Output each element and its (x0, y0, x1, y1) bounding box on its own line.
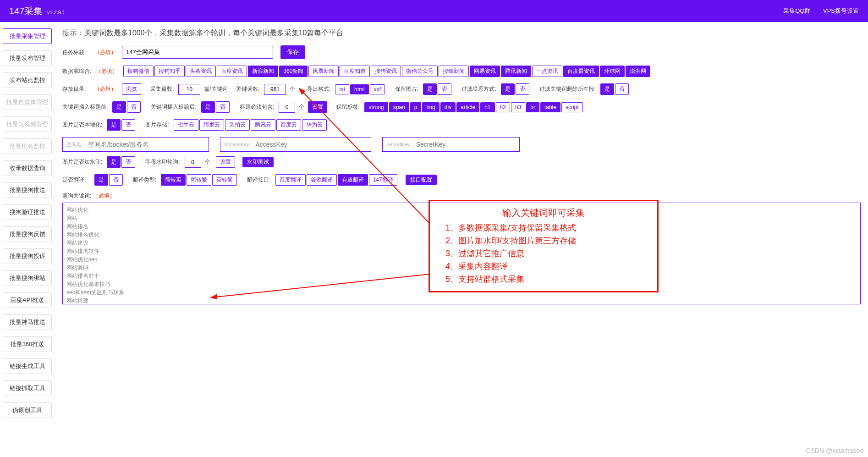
img-local-opt-0[interactable]: 是 (107, 119, 121, 131)
source-chip-16[interactable]: 澎湃网 (626, 66, 650, 77)
link-vps[interactable]: VPS拨号设置 (823, 7, 859, 14)
source-chip-15[interactable]: 环球网 (600, 66, 625, 77)
img-local-opt-1[interactable]: 否 (121, 119, 135, 131)
sidebar-item-5[interactable]: 批量排名监控 (3, 138, 52, 154)
sidebar-item-0[interactable]: 批量采集管理 (3, 28, 52, 44)
sidebar-item-6[interactable]: 收录数据查询 (3, 160, 52, 176)
filter-del-opt-0[interactable]: 是 (600, 83, 614, 95)
sidebar-item-1[interactable]: 批量发布管理 (3, 50, 52, 66)
trans-api-2[interactable]: 有道翻译 (338, 174, 368, 186)
sidebar-item-3[interactable]: 批量自媒体管理 (3, 94, 52, 110)
ins-before-opt-0[interactable]: 是 (112, 101, 126, 113)
tag-chip-8[interactable]: h3 (511, 102, 525, 112)
sidebar-item-4[interactable]: 批量短视频管理 (3, 116, 52, 132)
source-chip-7[interactable]: 百度知道 (340, 66, 370, 77)
cloud-chip-0[interactable]: 七牛云 (174, 119, 198, 131)
tag-chip-6[interactable]: h1 (480, 102, 494, 112)
task-title-input[interactable] (122, 46, 273, 59)
filter-contact-opt-1[interactable]: 否 (516, 83, 529, 95)
annotation-box: 输入关键词即可采集 1、多数据源采集/支持保留采集格式 2、图片加水印/支持图片… (429, 200, 659, 292)
tag-chip-2[interactable]: p (410, 102, 422, 112)
fmt-chip-1[interactable]: html (350, 84, 369, 94)
wm-opt-1[interactable]: 否 (121, 156, 135, 168)
wm-opt-0[interactable]: 是 (107, 156, 121, 168)
bucket-input[interactable] (88, 141, 189, 148)
trans-api-0[interactable]: 百度翻译 (275, 174, 306, 186)
count-unit: 篇/关键词 (204, 85, 227, 93)
tag-chip-1[interactable]: span (389, 102, 409, 112)
api-config-button[interactable]: 接口配置 (406, 175, 437, 185)
tag-chip-7[interactable]: h2 (496, 102, 510, 112)
sidebar-item-13[interactable]: 批量神马推送 (3, 314, 52, 330)
source-chip-10[interactable]: 搜狐新闻 (439, 66, 469, 77)
trans-type-1[interactable]: 简转繁 (187, 174, 211, 186)
cloud-chip-1[interactable]: 阿里云 (199, 119, 224, 131)
tag-chip-3[interactable]: img (422, 102, 439, 112)
count-input[interactable] (178, 84, 200, 95)
sidebar-item-10[interactable]: 批量搜狗投诉 (3, 248, 52, 264)
trans-type-2[interactable]: 英转简 (212, 174, 237, 186)
sidebar-item-7[interactable]: 批量搜狗推送 (3, 182, 52, 198)
ins-after-opt-1[interactable]: 否 (216, 101, 230, 113)
source-chip-2[interactable]: 头条资讯 (186, 66, 216, 77)
keep-img-opt-0[interactable]: 是 (423, 83, 437, 95)
source-chip-3[interactable]: 百度资讯 (217, 66, 247, 77)
cloud-chip-2[interactable]: 又拍云 (225, 119, 250, 131)
accesskey-input[interactable] (255, 141, 356, 148)
trans-type-0[interactable]: 简转英 (161, 174, 186, 186)
source-chip-11[interactable]: 网易资讯 (470, 66, 500, 77)
cloud-chip-5[interactable]: 华为云 (302, 119, 327, 131)
wm-unit: 个 (205, 158, 210, 166)
task-req: （必填） (94, 49, 116, 56)
trans-opt-0[interactable]: 是 (94, 174, 108, 186)
sidebar-item-11[interactable]: 批量搜狗绑站 (3, 270, 52, 286)
source-chip-1[interactable]: 搜狗知乎 (154, 66, 185, 77)
wm-val-input[interactable] (185, 157, 201, 168)
kw-count-input[interactable] (264, 84, 286, 95)
fmt-chip-0[interactable]: txt (335, 84, 349, 94)
cloud-chip-3[interactable]: 腾讯云 (251, 119, 275, 131)
main-panel: 提示：关键词数最多1000个，采集数据源多个轮训，每个关键词最多采集10篇每个平… (55, 22, 868, 424)
must-input[interactable] (279, 102, 295, 113)
tag-chip-0[interactable]: strong (364, 102, 388, 112)
trans-api-3[interactable]: 147翻译 (369, 174, 397, 186)
sidebar-item-12[interactable]: 百度API推送 (3, 292, 52, 308)
source-chip-0[interactable]: 搜狗微信 (123, 66, 154, 77)
source-chip-5[interactable]: 360新闻 (279, 66, 308, 77)
sidebar-item-9[interactable]: 批量搜狗反馈 (3, 226, 52, 242)
filter-contact-opt-0[interactable]: 是 (501, 83, 515, 95)
tag-chip-10[interactable]: table (540, 102, 560, 112)
link-qq[interactable]: 采集QQ群 (783, 7, 810, 14)
sidebar-item-17[interactable]: 伪原创工具 (3, 402, 52, 418)
wm-set-button[interactable]: 设置 (216, 156, 235, 168)
must-set-button[interactable]: 设置 (308, 101, 327, 113)
sidebar-item-2[interactable]: 发布站点监控 (3, 72, 52, 88)
wm-test-button[interactable]: 水印测试 (242, 157, 274, 167)
source-chip-14[interactable]: 百度最资讯 (563, 66, 599, 77)
tag-chip-4[interactable]: div (440, 102, 456, 112)
keep-img-opt-1[interactable]: 否 (438, 83, 451, 95)
trans-opt-1[interactable]: 否 (109, 174, 123, 186)
save-button[interactable]: 保存 (280, 45, 305, 59)
source-chip-4[interactable]: 新浪新闻 (248, 66, 278, 77)
sidebar-item-15[interactable]: 链接生成工具 (3, 358, 52, 374)
filter-del-opt-1[interactable]: 否 (615, 83, 629, 95)
sidebar-item-14[interactable]: 批量360推送 (3, 336, 52, 352)
secretkey-input[interactable] (416, 141, 516, 148)
fmt-chip-2[interactable]: xxf (370, 84, 385, 94)
tag-chip-5[interactable]: article (456, 102, 479, 112)
tag-chip-11[interactable]: script (561, 102, 583, 112)
ins-before-opt-1[interactable]: 否 (127, 101, 141, 113)
cloud-chip-4[interactable]: 百度云 (276, 119, 301, 131)
sidebar-item-16[interactable]: 链接抓取工具 (3, 380, 52, 396)
source-chip-8[interactable]: 搜狗资讯 (371, 66, 401, 77)
tag-chip-9[interactable]: br (526, 102, 539, 112)
browse-button[interactable]: 浏览 (122, 83, 141, 95)
source-chip-9[interactable]: 微信公众号 (402, 66, 438, 77)
source-chip-13[interactable]: 一点资讯 (532, 66, 562, 77)
sidebar-item-8[interactable]: 搜狗验证推送 (3, 204, 52, 220)
ins-after-opt-0[interactable]: 是 (201, 101, 215, 113)
source-chip-12[interactable]: 腾讯新闻 (501, 66, 531, 77)
trans-api-1[interactable]: 谷歌翻译 (307, 174, 337, 186)
source-chip-6[interactable]: 凤凰新闻 (308, 66, 339, 77)
